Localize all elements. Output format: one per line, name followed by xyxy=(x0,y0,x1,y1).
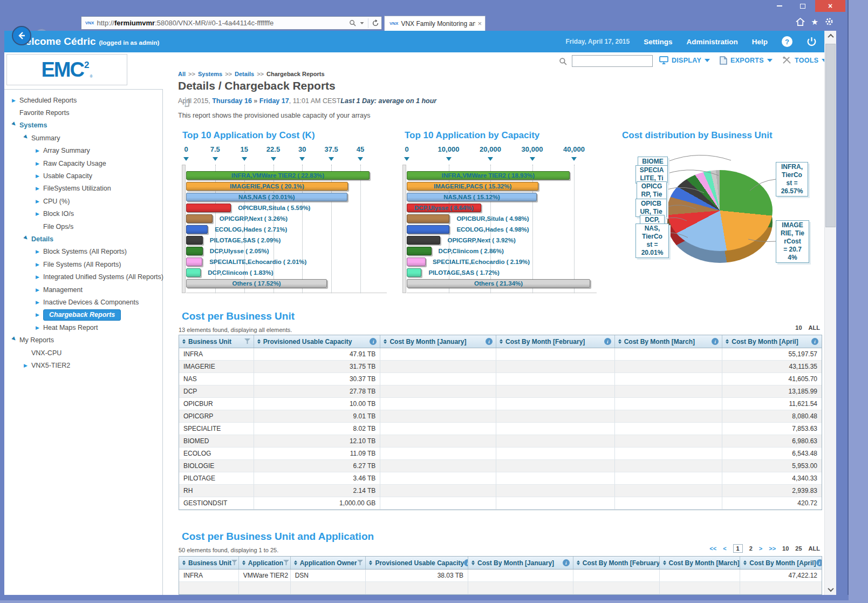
sidebar-item-scheduled-reports[interactable]: ▶Scheduled Reports xyxy=(4,94,162,106)
sidebar-item-management[interactable]: ▶Management xyxy=(4,283,162,296)
sidebar-item-systems[interactable]: ▶Systems xyxy=(4,119,162,132)
tree-collapsed-icon[interactable]: ▶ xyxy=(36,173,43,179)
sort-icon[interactable] xyxy=(663,560,666,565)
tree-expanded-icon[interactable]: ▶ xyxy=(11,336,20,345)
info-icon[interactable]: i xyxy=(811,338,818,345)
sort-icon[interactable] xyxy=(471,560,475,565)
breadcrumb-details[interactable]: Details xyxy=(235,71,254,77)
maximize-button[interactable] xyxy=(792,0,814,12)
column-header-cost-by-month-january-[interactable]: Cost By Month [January]i xyxy=(468,557,573,569)
sidebar-item-details[interactable]: ▶Details xyxy=(4,233,162,245)
column-header-application-owner[interactable]: Application Owner xyxy=(291,557,366,569)
date-end-link[interactable]: Friday 17 xyxy=(259,97,289,105)
scrollbar-thumb[interactable] xyxy=(825,44,836,227)
sort-icon[interactable] xyxy=(618,339,621,344)
sidebar-item-favorite-reports[interactable]: Favorite Reports xyxy=(4,106,162,119)
sidebar-item-vnx-cpu[interactable]: VNX-CPU xyxy=(4,347,162,359)
sidebar-item-file-ops-s[interactable]: File Ops/s xyxy=(4,220,162,233)
pager-option-prevprev[interactable]: << xyxy=(709,545,716,552)
breadcrumb-all[interactable]: All xyxy=(178,71,186,77)
sidebar-item-block-systems-all-reports[interactable]: ▶Block Systems (All Reports) xyxy=(4,246,162,258)
sidebar-item-integrated-unified-systems-all-reports[interactable]: ▶Integrated Unified Systems (All Reports… xyxy=(4,270,162,283)
info-icon[interactable]: i xyxy=(370,338,377,345)
sort-icon[interactable] xyxy=(500,339,503,344)
minimize-button[interactable] xyxy=(769,0,790,12)
home-icon[interactable] xyxy=(796,18,805,26)
sort-icon[interactable] xyxy=(257,339,261,344)
column-header-cost-by-month-april-[interactable]: Cost By Month [April]i xyxy=(722,335,822,348)
gear-icon[interactable] xyxy=(825,17,833,26)
pager-option-10[interactable]: 10 xyxy=(782,545,789,552)
display-menu[interactable]: DISPLAY xyxy=(659,56,710,64)
scroll-down-icon[interactable] xyxy=(825,584,837,595)
filter-funnel-icon[interactable] xyxy=(357,559,363,567)
pager-option-10[interactable]: 10 xyxy=(795,324,802,331)
column-header-cost-by-month-april-[interactable]: Cost By Month [April]i xyxy=(740,557,822,569)
sidebar-item-raw-capacity-usage[interactable]: ▶Raw Capacity Usage xyxy=(4,157,162,170)
search-icon[interactable] xyxy=(559,57,567,65)
pager-option-all[interactable]: ALL xyxy=(809,324,820,331)
sidebar-item-vnx5-tier2[interactable]: ▶VNX5-TIER2 xyxy=(4,359,162,371)
browser-tab[interactable]: VNX VNX Family Monitoring an... × xyxy=(384,16,486,31)
column-header-cost-by-month-march-[interactable]: Cost By Month [March]i xyxy=(615,335,723,348)
tree-collapsed-icon[interactable]: ▶ xyxy=(36,262,43,267)
info-icon[interactable]: i xyxy=(563,559,570,566)
info-icon[interactable]: i xyxy=(486,338,493,345)
search-icon[interactable] xyxy=(349,19,356,26)
help-link[interactable]: Help xyxy=(752,38,768,46)
tree-collapsed-icon[interactable]: ▶ xyxy=(24,363,31,368)
scroll-up-icon[interactable] xyxy=(825,31,837,42)
tree-collapsed-icon[interactable]: ▶ xyxy=(36,211,43,216)
page-scrollbar[interactable] xyxy=(824,31,836,595)
sidebar-item-summary[interactable]: ▶Summary xyxy=(4,132,162,144)
column-header-cost-by-month-january-[interactable]: Cost By Month [January]i xyxy=(380,335,496,348)
pager-option-2[interactable]: 2 xyxy=(749,545,753,552)
info-icon[interactable]: i xyxy=(712,338,719,345)
favorites-star-icon[interactable]: ★ xyxy=(811,18,818,26)
pager-option-prev[interactable]: < xyxy=(723,545,726,552)
sort-icon[interactable] xyxy=(294,560,297,565)
column-header-provisioned-usable-capacity[interactable]: Provisioned Usable Capacityi xyxy=(254,335,381,348)
settings-link[interactable]: Settings xyxy=(644,38,672,46)
column-header-business-unit[interactable]: Business Unit xyxy=(179,557,239,569)
sort-icon[interactable] xyxy=(182,560,186,565)
tree-expanded-icon[interactable]: ▶ xyxy=(23,133,32,143)
info-icon[interactable]: i xyxy=(604,338,611,345)
tree-collapsed-icon[interactable]: ▶ xyxy=(36,148,43,153)
tree-collapsed-icon[interactable]: ▶ xyxy=(36,186,43,191)
tree-collapsed-icon[interactable]: ▶ xyxy=(36,312,43,317)
info-icon[interactable]: i xyxy=(816,559,822,566)
pager-option-all[interactable]: ALL xyxy=(809,545,820,552)
sidebar-item-filesystems-utilization[interactable]: ▶FileSystems Utilization xyxy=(4,182,162,195)
tree-collapsed-icon[interactable]: ▶ xyxy=(36,325,43,330)
sidebar-item-inactive-devices-components[interactable]: ▶Inactive Devices & Components xyxy=(4,296,162,308)
sort-icon[interactable] xyxy=(242,560,245,565)
sidebar-item-chargeback-reports[interactable]: ▶Chargeback Reports xyxy=(4,309,162,321)
administration-link[interactable]: Administration xyxy=(686,38,737,46)
help-question-icon[interactable]: ? xyxy=(782,36,792,47)
pager-option-next[interactable]: > xyxy=(759,545,762,552)
sort-icon[interactable] xyxy=(369,560,372,565)
pager-option-25[interactable]: 25 xyxy=(795,545,802,552)
column-header-business-unit[interactable]: Business Unit xyxy=(179,335,254,348)
sidebar-item-block-io-s[interactable]: ▶Block IO/s xyxy=(4,208,162,220)
column-header-provisioned-usable-capacity[interactable]: Provisioned Usable Capacityi xyxy=(366,557,468,569)
filter-funnel-icon[interactable] xyxy=(244,338,250,345)
tree-collapsed-icon[interactable]: ▶ xyxy=(36,300,43,305)
close-button[interactable]: × xyxy=(815,0,845,12)
filter-funnel-icon[interactable] xyxy=(283,559,289,567)
sort-icon[interactable] xyxy=(182,339,186,344)
column-header-cost-by-month-march-[interactable]: Cost By Month [March]i xyxy=(660,557,741,569)
pager-current-page[interactable]: 1 xyxy=(733,544,743,553)
column-header-application[interactable]: Application xyxy=(239,557,291,569)
tree-collapsed-icon[interactable]: ▶ xyxy=(36,199,43,204)
pager-option-nextnext[interactable]: >> xyxy=(769,545,776,552)
sidebar-item-heat-maps-report[interactable]: ▶Heat Maps Report xyxy=(4,321,162,334)
sidebar-item-usable-capacity[interactable]: ▶Usable Capacity xyxy=(4,170,162,182)
global-search-input[interactable] xyxy=(572,55,653,67)
tools-menu[interactable]: TOOLS xyxy=(782,56,824,64)
sort-icon[interactable] xyxy=(577,560,580,565)
sidebar-item-file-systems-all-reports[interactable]: ▶File Systems (All Reports) xyxy=(4,258,162,270)
info-icon[interactable]: i xyxy=(464,559,468,566)
search-dropdown-icon[interactable] xyxy=(360,22,364,24)
